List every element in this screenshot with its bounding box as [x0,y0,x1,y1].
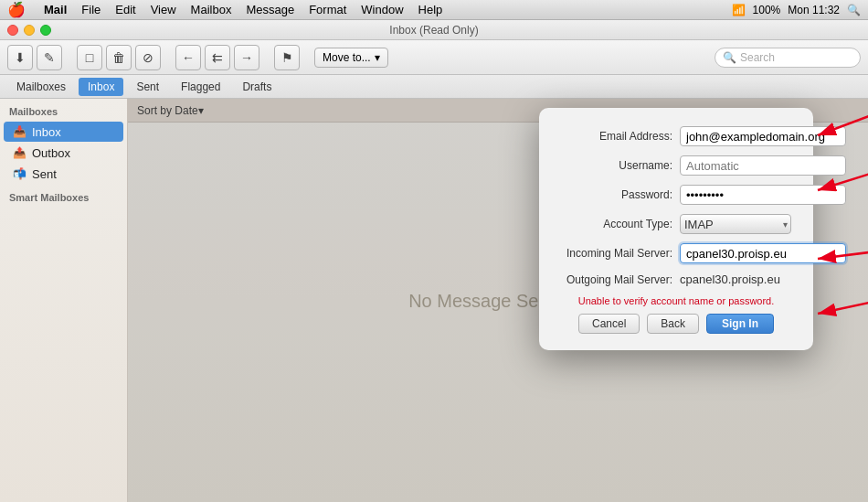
close-button[interactable] [7,25,18,36]
content-area: Sort by Date ▾ No Message Selected Email… [128,99,868,502]
svg-line-5 [818,250,868,259]
account-setup-dialog: Email Address: Username: Password: [539,108,813,350]
menubar-window[interactable]: Window [361,3,403,16]
menubar-mail[interactable]: Mail [44,3,67,16]
sidebar-item-inbox[interactable]: 📥 Inbox [4,122,123,142]
sidebar-item-outbox[interactable]: 📤 Outbox [4,143,123,163]
get-mail-icon: ⬇ [15,50,26,65]
tab-flagged[interactable]: Flagged [172,78,229,96]
back-button[interactable]: Back [647,314,699,334]
dialog-buttons: Cancel Back Sign In [561,314,791,334]
account-type-select[interactable]: IMAP POP [680,214,791,234]
annotation-4-container: 4 [809,282,868,330]
main-layout: Mailboxes 📥 Inbox 📤 Outbox 📬 Sent Smart … [0,99,868,502]
window-controls [7,25,51,36]
chevron-down-icon: ▾ [375,51,380,64]
incoming-row: Incoming Mail Server: [561,243,791,263]
forward-icon: → [240,50,253,65]
search-icon[interactable]: 🔍 [847,4,861,16]
incoming-label: Incoming Mail Server: [561,247,680,260]
reply-icon: ← [182,50,195,65]
archive-button[interactable]: □ [77,45,102,70]
dialog-overlay: Email Address: Username: Password: [128,99,868,502]
email-label: Email Address: [561,130,680,143]
sidebar-item-sent[interactable]: 📬 Sent [4,164,123,184]
junk-button[interactable]: ⊘ [135,45,161,70]
tabbar: Mailboxes Inbox Sent Flagged Drafts [0,75,868,99]
password-label: Password: [561,188,680,201]
svg-line-7 [818,300,868,314]
arrow-3-svg [809,231,868,277]
smart-mailboxes-title: Smart Mailboxes [0,185,127,207]
arrow-4-svg [809,282,868,327]
error-message: Unable to verify account name or passwor… [561,295,791,306]
sidebar-inbox-label: Inbox [32,125,61,139]
sidebar-sent-label: Sent [32,167,57,181]
menubar-edit[interactable]: Edit [115,3,135,16]
maximize-button[interactable] [40,25,51,36]
get-mail-button[interactable]: ⬇ [7,45,33,70]
password-row: Password: [561,185,791,205]
outgoing-row: Outgoing Mail Server: cpanel30.proisp.eu [561,272,791,286]
menubar-mailbox[interactable]: Mailbox [191,3,232,16]
arrow-1-svg [809,90,868,144]
svg-line-3 [818,167,868,190]
outgoing-value: cpanel30.proisp.eu [680,272,780,286]
username-label: Username: [561,159,680,172]
outgoing-label: Outgoing Mail Server: [561,273,680,286]
battery-text: 100% [753,4,781,16]
tab-inbox[interactable]: Inbox [79,78,123,96]
mailboxes-title: Mailboxes [0,99,127,121]
menubar-left: 🍎 Mail File Edit View Mailbox Message Fo… [7,1,442,18]
move-to-button[interactable]: Move to... ▾ [314,48,388,68]
reply-all-icon: ⇇ [212,50,223,65]
titlebar: Inbox (Read Only) [0,20,868,40]
junk-icon: ⊘ [143,50,153,65]
toolbar: ⬇ ✎ □ 🗑 ⊘ ← ⇇ → ⚑ Move to... ▾ 🔍 Search [0,40,868,75]
tab-drafts[interactable]: Drafts [233,78,281,96]
username-row: Username: [561,155,791,176]
delete-icon: 🗑 [112,50,125,65]
menubar-format[interactable]: Format [309,3,346,16]
sidebar-outbox-label: Outbox [32,146,70,160]
menubar-right: 📶 100% Mon 11:32 🔍 [732,4,861,16]
sign-in-button[interactable]: Sign In [706,314,774,334]
wifi-icon: 📶 [732,4,746,16]
compose-icon: ✎ [44,50,55,65]
inbox-icon: 📥 [13,125,26,138]
menubar: 🍎 Mail File Edit View Mailbox Message Fo… [0,0,868,20]
annotation-2-container: 2 [809,149,868,204]
menubar-file[interactable]: File [81,3,101,16]
annotation-1-container: 1 [809,90,868,144]
tab-sent[interactable]: Sent [127,78,168,96]
sent-icon: 📬 [13,167,26,180]
menubar-view[interactable]: View [151,3,176,16]
compose-button[interactable]: ✎ [37,45,62,70]
window-title: Inbox (Read Only) [389,24,478,37]
flag-icon: ⚑ [281,50,293,65]
tab-mailboxes[interactable]: Mailboxes [7,78,75,96]
account-type-wrapper: IMAP POP ▾ [680,214,791,234]
forward-button[interactable]: → [234,45,259,70]
minimize-button[interactable] [24,25,35,36]
account-type-row: Account Type: IMAP POP ▾ [561,214,791,234]
menubar-message[interactable]: Message [246,3,294,16]
time-display: Mon 11:32 [788,4,840,16]
flag-button[interactable]: ⚑ [274,45,300,70]
apple-icon[interactable]: 🍎 [7,1,26,18]
archive-icon: □ [86,50,93,65]
move-to-label: Move to... [323,51,371,64]
delete-button[interactable]: 🗑 [106,45,132,70]
search-box[interactable]: 🔍 Search [715,48,861,68]
reply-button[interactable]: ← [175,45,201,70]
toolbar-right: 🔍 Search [715,48,861,68]
cancel-button[interactable]: Cancel [578,314,640,334]
svg-line-1 [818,108,868,135]
reply-all-button[interactable]: ⇇ [205,45,230,70]
menubar-help[interactable]: Help [418,3,443,16]
sidebar: Mailboxes 📥 Inbox 📤 Outbox 📬 Sent Smart … [0,99,128,502]
search-placeholder: Search [740,51,775,64]
dialog-container: Email Address: Username: Password: [539,108,813,350]
email-row: Email Address: [561,126,791,146]
search-icon: 🔍 [723,51,736,64]
